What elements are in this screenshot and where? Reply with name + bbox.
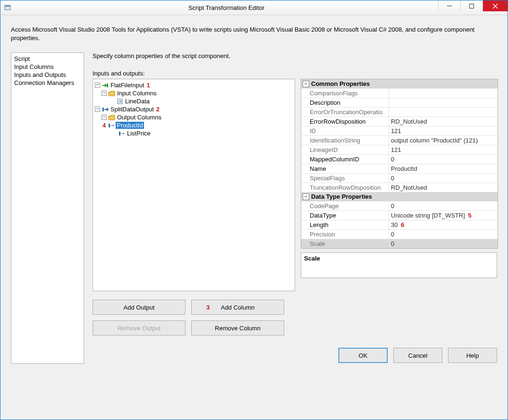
property-row[interactable]: ComparisonFlags [301,88,498,98]
property-row[interactable]: NameProductId [301,164,498,173]
cancel-button[interactable]: Cancel [393,348,442,363]
content-area: Access Microsoft Visual Studio 2008 Tool… [0,15,508,371]
tree-node-flatfileinput[interactable]: − FlatFileInput 1 [94,81,294,89]
annotation-3: 3 [206,304,210,311]
tree-node-productid[interactable]: 4 ProductId [94,121,294,129]
annotation-4: 4 [102,122,106,129]
window-buttons [438,0,508,15]
minimize-button[interactable] [438,0,460,11]
column-in-icon [116,98,124,105]
property-value[interactable]: ProductId [389,164,498,173]
app-icon [3,3,12,12]
collapse-icon[interactable]: − [303,81,309,87]
tree-node-listprice[interactable]: ListPrice [94,129,294,137]
property-name: Precision [301,230,389,239]
property-value[interactable]: 121 [389,145,498,154]
property-name: ErrorRowDisposition [301,117,389,126]
collapse-icon[interactable]: − [102,91,107,96]
property-name: IdentificationString [301,136,389,145]
nav-item-script[interactable]: Script [14,55,81,63]
property-name: Length [301,220,389,229]
property-value[interactable]: 121 [389,126,498,135]
property-value[interactable]: RD_NotUsed [389,183,498,192]
property-row[interactable]: ErrorOrTruncationOperatio [301,107,498,117]
nav-item-connection-managers[interactable]: Connection Managers [14,79,81,87]
description-text: Access Microsoft Visual Studio 2008 Tool… [11,25,497,42]
property-value[interactable] [389,108,498,117]
output-arrow-icon [101,106,110,113]
annotation-5: 5 [466,212,472,219]
nav-item-inputs-outputs[interactable]: Inputs and Outputs [14,71,81,79]
io-tree[interactable]: − FlatFileInput 1 − Input Columns [93,79,295,291]
column-out-icon [107,122,116,129]
ok-button[interactable]: OK [339,348,388,363]
page-heading: Specify column properties of the script … [93,52,497,59]
property-value[interactable]: 0 [389,174,498,183]
tree-node-output-columns[interactable]: − Output Columns [94,113,294,121]
remove-output-button[interactable]: Remove Output [93,320,186,336]
window-title: Script Transformation Editor [15,4,438,11]
property-row[interactable]: Description [301,98,498,107]
close-button[interactable] [483,0,508,11]
add-column-button[interactable]: 3 Add Column [191,300,284,315]
property-name: SpecialFlags [301,174,389,183]
property-value[interactable]: 0 [389,202,498,210]
property-name: LineageID [301,145,389,154]
svg-rect-7 [109,124,110,127]
tree-node-splitdataoutput[interactable]: − SplitDataOutput 2 [94,105,294,113]
property-row[interactable]: ID121 [301,126,498,135]
property-row[interactable]: MappedColumnID0 [301,154,498,164]
collapse-icon[interactable]: − [102,115,107,120]
property-name: CodePage [301,202,389,210]
property-grid[interactable]: −Common PropertiesComparisonFlagsDescrip… [301,79,498,249]
svg-rect-8 [119,132,120,135]
property-value[interactable]: Unicode string [DT_WSTR] 5 [389,211,498,220]
tree-node-input-columns[interactable]: − Input Columns [94,89,294,97]
property-value[interactable]: 30 6 [389,220,498,229]
property-row[interactable]: IdentificationStringoutput column "Produ… [301,135,498,145]
property-row[interactable]: DataTypeUnicode string [DT_WSTR] 5 [301,210,498,220]
maximize-button[interactable] [460,0,483,11]
main-panel: Specify column properties of the script … [93,52,497,364]
page-nav: Script Input Columns Inputs and Outputs … [11,52,84,364]
property-category[interactable]: −Data Type Properties [301,192,498,201]
add-output-button[interactable]: Add Output [93,300,186,315]
svg-rect-6 [102,108,104,111]
tree-node-linedata[interactable]: LineData [94,97,294,105]
property-value[interactable]: output column "ProductId" (121) [389,136,498,145]
property-row[interactable]: ErrorRowDispositionRD_NotUsed [301,117,498,126]
property-name: Scale [301,239,389,248]
property-row[interactable]: Precision0 [301,229,498,239]
property-row[interactable]: CodePage0 [301,201,498,210]
property-row[interactable]: Scale0 [301,239,498,248]
help-button[interactable]: Help [448,348,497,363]
property-name: ID [301,126,389,135]
property-row[interactable]: LineageID121 [301,145,498,154]
property-value[interactable] [389,89,498,98]
property-row[interactable]: Length30 6 [301,220,498,229]
folder-icon [108,90,116,97]
property-value[interactable]: 0 [389,155,498,164]
property-value[interactable]: RD_NotUsed [389,117,498,126]
category-label: Data Type Properties [311,193,372,200]
property-name: ErrorOrTruncationOperatio [301,108,389,117]
collapse-icon[interactable]: − [95,83,100,88]
property-value[interactable]: 0 [389,239,498,248]
property-category[interactable]: −Common Properties [301,79,498,88]
inputs-outputs-label: Inputs and outputs: [93,70,497,77]
property-help-title: Scale [304,255,320,262]
nav-item-input-columns[interactable]: Input Columns [14,63,81,71]
property-value[interactable] [389,98,498,107]
property-help-panel: Scale [301,252,497,278]
remove-column-button[interactable]: Remove Column [191,320,284,336]
collapse-icon[interactable]: − [303,193,309,200]
property-row[interactable]: TruncationRowDispositionRD_NotUsed [301,183,498,192]
titlebar: Script Transformation Editor [0,0,508,15]
svg-rect-4 [107,84,108,87]
collapse-icon[interactable]: − [95,107,100,112]
property-value[interactable]: 0 [389,230,498,239]
annotation-1: 1 [147,82,150,89]
property-name: Description [301,98,389,107]
category-label: Common Properties [311,80,370,87]
property-row[interactable]: SpecialFlags0 [301,173,498,183]
